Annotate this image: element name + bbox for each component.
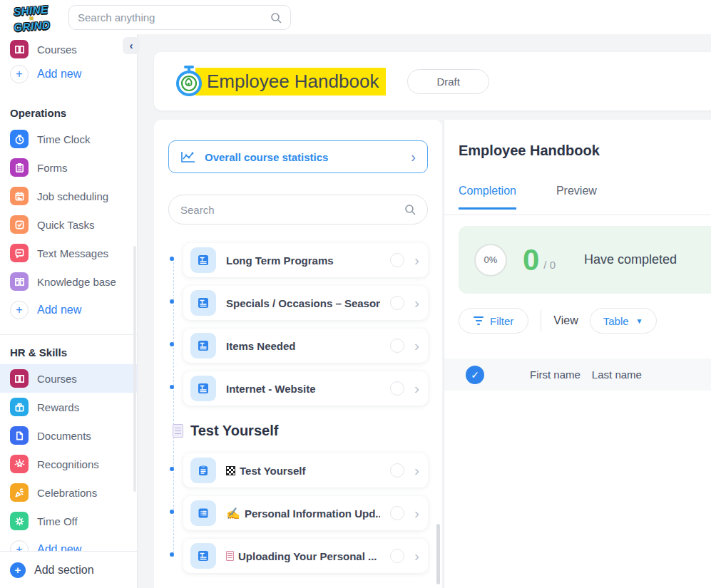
sidebar-item-text-messages[interactable]: Text Messages [0, 239, 137, 267]
overall-course-statistics-button[interactable]: Overall course statistics › [168, 140, 428, 173]
sidebar-item-rewards[interactable]: Rewards [0, 393, 137, 421]
text-document-icon [190, 333, 216, 359]
view-label: View [553, 314, 578, 327]
add-new-course-button[interactable]: + Add new [0, 60, 137, 88]
course-title: Employee Handbook [195, 68, 386, 96]
chevron-right-icon[interactable]: › [414, 505, 421, 522]
tab-completion[interactable]: Completion [459, 185, 516, 210]
course-search-input[interactable] [180, 204, 404, 216]
stopwatch-icon [174, 65, 204, 98]
section-page-icon [173, 424, 183, 438]
select-all-checkbox[interactable]: ✓ [466, 366, 484, 384]
global-search-input[interactable] [78, 11, 270, 24]
documents-icon [10, 426, 29, 445]
plus-circle-icon: + [10, 65, 29, 83]
section-title-hr-skills: HR & Skills [10, 346, 137, 359]
column-header-first-name[interactable]: First name [530, 368, 580, 381]
completion-ring[interactable] [390, 381, 404, 396]
sidebar-item-courses[interactable]: Courses [0, 364, 137, 393]
sidebar-item-quick-tasks[interactable]: Quick Tasks [0, 210, 137, 239]
course-item-test-yourself[interactable]: Test Yourself › [183, 453, 428, 488]
sidebar-item-label: Text Messages [37, 247, 108, 259]
completion-summary-box: 0% 0 / 0 Have completed [459, 226, 711, 294]
course-item-internet-website[interactable]: Internet - Website › [183, 371, 428, 406]
completion-ring[interactable] [390, 549, 404, 563]
course-item-long-term-programs[interactable]: Long Term Programs › [183, 243, 428, 277]
timeline-dot [170, 467, 174, 471]
course-item-specials-occasions[interactable]: Specials / Occasions – Seasonal › [183, 286, 428, 320]
filter-button[interactable]: Filter [459, 308, 528, 334]
sidebar-item-recognitions[interactable]: Recognitions [0, 450, 137, 478]
recognitions-star-icon [10, 455, 29, 473]
chevron-right-icon[interactable]: › [414, 337, 421, 354]
completion-toolbar: Filter View Table ▼ [459, 303, 711, 339]
logo-text-line1: SHINE [14, 4, 48, 16]
sidebar-item-label: Rewards [37, 401, 79, 413]
completion-ring[interactable] [390, 339, 404, 353]
sidebar-scrollbar[interactable] [133, 246, 136, 492]
sidebar-item-knowledge-base[interactable]: Knowledge base [0, 267, 137, 296]
course-item-uploading-personal[interactable]: Uploading Your Personal ... › [183, 539, 428, 573]
quick-tasks-icon [10, 215, 29, 234]
status-badge-draft[interactable]: Draft [407, 69, 489, 94]
course-list-scrollbar[interactable] [436, 524, 440, 584]
chevron-right-icon[interactable]: › [414, 252, 421, 269]
completed-count: 0 [523, 245, 539, 275]
course-outline-panel: Overall course statistics › Long Term Pr… [154, 120, 442, 588]
sidebar-collapse-button[interactable]: ‹ [123, 37, 140, 54]
global-search[interactable] [68, 5, 291, 30]
view-mode-dropdown[interactable]: Table ▼ [590, 308, 657, 334]
top-bar: SHINE N GRIND [0, 0, 711, 34]
sidebar-item-courses-top[interactable]: Courses [0, 38, 137, 60]
column-header-last-name[interactable]: Last name [592, 368, 642, 381]
chevron-right-icon[interactable]: › [414, 462, 421, 479]
logo-text-line2: GRIND [14, 19, 51, 33]
writing-hand-icon: ✍ [226, 507, 240, 520]
chevron-right-icon[interactable]: › [414, 294, 421, 311]
text-document-icon [190, 290, 216, 316]
sidebar-item-celebrations[interactable]: Celebrations [0, 478, 137, 507]
text-document-icon [190, 543, 216, 569]
detail-panel-title: Employee Handbook [459, 143, 711, 159]
sidebar-item-forms[interactable]: Forms [0, 153, 137, 182]
tab-preview[interactable]: Preview [556, 185, 597, 210]
course-item-title: Items Needed [226, 340, 380, 352]
sidebar-item-time-off[interactable]: Time Off [0, 507, 137, 535]
sidebar-item-documents[interactable]: Documents [0, 421, 137, 450]
bookmark-tabs-icon [226, 551, 234, 561]
section-header-test-yourself: Test Yourself [173, 423, 428, 439]
tabs-divider [444, 215, 711, 215]
toolbar-divider [541, 310, 541, 331]
forms-icon [10, 158, 29, 177]
celebrations-party-icon [10, 483, 29, 502]
add-new-operations-button[interactable]: + Add new [0, 296, 137, 324]
completion-percent-ring: 0% [474, 244, 507, 277]
shine-grind-logo[interactable]: SHINE N GRIND [3, 0, 59, 36]
sidebar-item-label: Job scheduling [37, 190, 108, 202]
filter-icon [474, 316, 484, 325]
sidebar-item-time-clock[interactable]: Time Clock [0, 125, 137, 153]
chevron-right-icon[interactable]: › [414, 380, 421, 397]
timeline-dot [170, 552, 174, 557]
course-item-personal-information[interactable]: ✍ Personal Information Upd... › [183, 496, 428, 530]
add-section-button[interactable]: + Add section [0, 551, 137, 588]
completion-ring[interactable] [390, 253, 404, 267]
completion-ring[interactable] [390, 296, 404, 310]
course-item-items-needed[interactable]: Items Needed › [183, 329, 428, 363]
section-title: Test Yourself [190, 423, 278, 439]
timeline-dot [170, 385, 174, 389]
text-messages-icon [10, 244, 29, 262]
sidebar-item-label: Time Clock [37, 133, 90, 145]
course-item-title: Internet - Website [226, 383, 380, 395]
completion-ring[interactable] [390, 506, 404, 520]
course-search[interactable] [168, 195, 428, 225]
completion-ring[interactable] [390, 463, 404, 478]
chevron-right-icon[interactable]: › [414, 547, 421, 564]
time-clock-icon [10, 130, 29, 148]
rewards-gift-icon [10, 398, 29, 416]
sidebar-item-job-scheduling[interactable]: Job scheduling [0, 182, 137, 210]
chart-line-icon [180, 150, 196, 163]
sidebar-item-label: Courses [37, 373, 77, 385]
add-new-label: Add new [37, 304, 81, 316]
plus-circle-icon: + [10, 301, 29, 319]
